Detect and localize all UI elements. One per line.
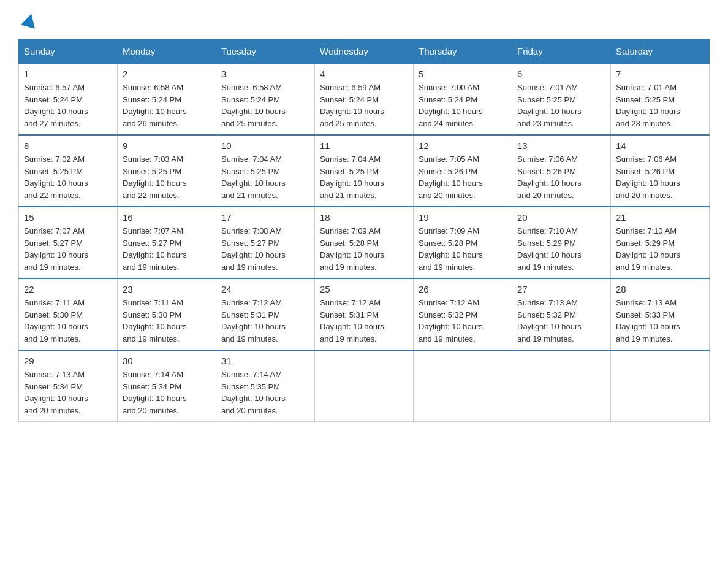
column-header-thursday: Thursday <box>414 40 512 64</box>
page-header <box>18 12 710 27</box>
calendar-cell: 29Sunrise: 7:13 AMSunset: 5:34 PMDayligh… <box>19 350 118 422</box>
day-number: 15 <box>24 212 112 223</box>
day-info: Sunrise: 7:07 AMSunset: 5:27 PMDaylight:… <box>123 225 211 273</box>
day-number: 23 <box>123 284 211 294</box>
calendar-cell: 2Sunrise: 6:58 AMSunset: 5:24 PMDaylight… <box>118 63 216 135</box>
calendar-cell: 24Sunrise: 7:12 AMSunset: 5:31 PMDayligh… <box>216 278 315 350</box>
calendar-cell: 20Sunrise: 7:10 AMSunset: 5:29 PMDayligh… <box>512 207 611 278</box>
day-info: Sunrise: 6:58 AMSunset: 5:24 PMDaylight:… <box>221 82 309 129</box>
column-header-monday: Monday <box>118 40 216 64</box>
day-info: Sunrise: 7:13 AMSunset: 5:33 PMDaylight:… <box>616 297 704 345</box>
svg-marker-0 <box>21 12 38 29</box>
day-info: Sunrise: 6:57 AMSunset: 5:24 PMDaylight:… <box>24 82 112 129</box>
column-header-friday: Friday <box>512 40 611 64</box>
day-info: Sunrise: 7:03 AMSunset: 5:25 PMDaylight:… <box>123 153 211 201</box>
calendar-cell: 27Sunrise: 7:13 AMSunset: 5:32 PMDayligh… <box>512 278 611 350</box>
day-number: 12 <box>419 140 507 151</box>
day-info: Sunrise: 7:02 AMSunset: 5:25 PMDaylight:… <box>24 153 112 201</box>
day-number: 18 <box>320 212 408 223</box>
day-number: 19 <box>419 212 507 223</box>
calendar-cell: 31Sunrise: 7:14 AMSunset: 5:35 PMDayligh… <box>216 350 315 422</box>
week-row-3: 15Sunrise: 7:07 AMSunset: 5:27 PMDayligh… <box>19 207 710 278</box>
day-number: 7 <box>616 69 704 79</box>
calendar-cell: 18Sunrise: 7:09 AMSunset: 5:28 PMDayligh… <box>315 207 414 278</box>
calendar-table: SundayMondayTuesdayWednesdayThursdayFrid… <box>18 39 710 422</box>
column-header-tuesday: Tuesday <box>216 40 315 64</box>
day-info: Sunrise: 7:05 AMSunset: 5:26 PMDaylight:… <box>419 153 507 201</box>
calendar-cell: 16Sunrise: 7:07 AMSunset: 5:27 PMDayligh… <box>118 207 216 278</box>
day-info: Sunrise: 7:06 AMSunset: 5:26 PMDaylight:… <box>616 153 704 201</box>
week-row-2: 8Sunrise: 7:02 AMSunset: 5:25 PMDaylight… <box>19 135 710 207</box>
calendar-cell: 13Sunrise: 7:06 AMSunset: 5:26 PMDayligh… <box>512 135 611 207</box>
day-info: Sunrise: 7:00 AMSunset: 5:24 PMDaylight:… <box>419 82 507 129</box>
day-number: 1 <box>24 69 112 79</box>
day-info: Sunrise: 7:14 AMSunset: 5:35 PMDaylight:… <box>221 369 309 416</box>
day-info: Sunrise: 7:08 AMSunset: 5:27 PMDaylight:… <box>221 225 309 273</box>
day-number: 21 <box>616 212 704 223</box>
day-number: 16 <box>123 212 211 223</box>
calendar-cell: 10Sunrise: 7:04 AMSunset: 5:25 PMDayligh… <box>216 135 315 207</box>
day-info: Sunrise: 7:10 AMSunset: 5:29 PMDaylight:… <box>616 225 704 273</box>
day-info: Sunrise: 7:10 AMSunset: 5:29 PMDaylight:… <box>517 225 605 273</box>
calendar-cell: 8Sunrise: 7:02 AMSunset: 5:25 PMDaylight… <box>19 135 118 207</box>
day-info: Sunrise: 7:04 AMSunset: 5:25 PMDaylight:… <box>320 153 408 201</box>
day-info: Sunrise: 7:14 AMSunset: 5:34 PMDaylight:… <box>123 369 211 416</box>
day-info: Sunrise: 7:09 AMSunset: 5:28 PMDaylight:… <box>320 225 408 273</box>
day-info: Sunrise: 7:12 AMSunset: 5:32 PMDaylight:… <box>419 297 507 345</box>
day-info: Sunrise: 7:11 AMSunset: 5:30 PMDaylight:… <box>24 297 112 345</box>
day-info: Sunrise: 6:59 AMSunset: 5:24 PMDaylight:… <box>320 82 408 129</box>
day-info: Sunrise: 7:12 AMSunset: 5:31 PMDaylight:… <box>221 297 309 345</box>
day-number: 4 <box>320 69 408 79</box>
calendar-cell: 9Sunrise: 7:03 AMSunset: 5:25 PMDaylight… <box>118 135 216 207</box>
day-number: 29 <box>24 356 112 366</box>
calendar-cell: 26Sunrise: 7:12 AMSunset: 5:32 PMDayligh… <box>414 278 512 350</box>
calendar-cell: 12Sunrise: 7:05 AMSunset: 5:26 PMDayligh… <box>414 135 512 207</box>
logo <box>18 12 38 27</box>
column-header-saturday: Saturday <box>611 40 710 64</box>
day-number: 20 <box>517 212 605 223</box>
calendar-cell: 11Sunrise: 7:04 AMSunset: 5:25 PMDayligh… <box>315 135 414 207</box>
day-info: Sunrise: 7:09 AMSunset: 5:28 PMDaylight:… <box>419 225 507 273</box>
day-number: 28 <box>616 284 704 294</box>
day-number: 13 <box>517 140 605 151</box>
calendar-cell: 19Sunrise: 7:09 AMSunset: 5:28 PMDayligh… <box>414 207 512 278</box>
day-info: Sunrise: 6:58 AMSunset: 5:24 PMDaylight:… <box>123 82 211 129</box>
calendar-cell <box>315 350 414 422</box>
week-row-5: 29Sunrise: 7:13 AMSunset: 5:34 PMDayligh… <box>19 350 710 422</box>
day-number: 3 <box>221 69 309 79</box>
day-number: 10 <box>221 140 309 151</box>
day-info: Sunrise: 7:04 AMSunset: 5:25 PMDaylight:… <box>221 153 309 201</box>
day-number: 11 <box>320 140 408 151</box>
week-row-1: 1Sunrise: 6:57 AMSunset: 5:24 PMDaylight… <box>19 63 710 135</box>
day-number: 22 <box>24 284 112 294</box>
calendar-cell <box>611 350 710 422</box>
day-number: 30 <box>123 356 211 366</box>
day-number: 5 <box>419 69 507 79</box>
calendar-cell: 1Sunrise: 6:57 AMSunset: 5:24 PMDaylight… <box>19 63 118 135</box>
day-number: 2 <box>123 69 211 79</box>
day-info: Sunrise: 7:06 AMSunset: 5:26 PMDaylight:… <box>517 153 605 201</box>
calendar-cell: 14Sunrise: 7:06 AMSunset: 5:26 PMDayligh… <box>611 135 710 207</box>
day-info: Sunrise: 7:07 AMSunset: 5:27 PMDaylight:… <box>24 225 112 273</box>
calendar-cell: 30Sunrise: 7:14 AMSunset: 5:34 PMDayligh… <box>118 350 216 422</box>
calendar-cell: 4Sunrise: 6:59 AMSunset: 5:24 PMDaylight… <box>315 63 414 135</box>
calendar-cell: 22Sunrise: 7:11 AMSunset: 5:30 PMDayligh… <box>19 278 118 350</box>
calendar-cell: 15Sunrise: 7:07 AMSunset: 5:27 PMDayligh… <box>19 207 118 278</box>
calendar-header-row: SundayMondayTuesdayWednesdayThursdayFrid… <box>19 40 710 64</box>
day-number: 14 <box>616 140 704 151</box>
calendar-cell <box>414 350 512 422</box>
day-info: Sunrise: 7:13 AMSunset: 5:34 PMDaylight:… <box>24 369 112 416</box>
calendar-body: 1Sunrise: 6:57 AMSunset: 5:24 PMDaylight… <box>19 63 710 422</box>
day-number: 25 <box>320 284 408 294</box>
calendar-cell: 5Sunrise: 7:00 AMSunset: 5:24 PMDaylight… <box>414 63 512 135</box>
logo-triangle-icon <box>21 12 38 29</box>
calendar-cell: 3Sunrise: 6:58 AMSunset: 5:24 PMDaylight… <box>216 63 315 135</box>
day-info: Sunrise: 7:13 AMSunset: 5:32 PMDaylight:… <box>517 297 605 345</box>
day-number: 24 <box>221 284 309 294</box>
calendar-cell: 28Sunrise: 7:13 AMSunset: 5:33 PMDayligh… <box>611 278 710 350</box>
calendar-cell <box>512 350 611 422</box>
calendar-cell: 6Sunrise: 7:01 AMSunset: 5:25 PMDaylight… <box>512 63 611 135</box>
day-info: Sunrise: 7:12 AMSunset: 5:31 PMDaylight:… <box>320 297 408 345</box>
column-header-wednesday: Wednesday <box>315 40 414 64</box>
day-number: 8 <box>24 140 112 151</box>
